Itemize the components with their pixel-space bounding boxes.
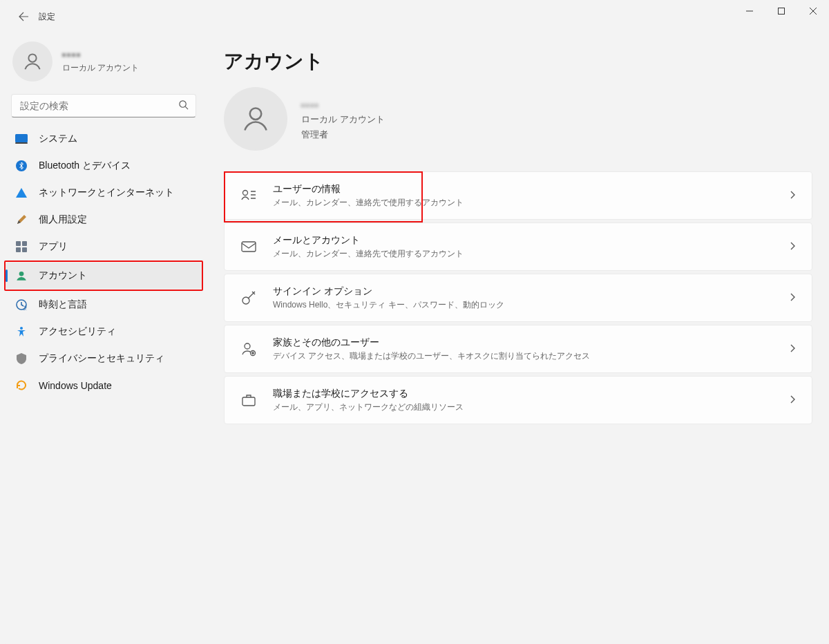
minimize-button[interactable] — [734, 0, 765, 22]
svg-point-2 — [180, 101, 186, 107]
svg-point-15 — [243, 191, 248, 196]
card-family-other-users[interactable]: 家族とその他のユーザー デバイス アクセス、職場または学校のユーザー、キオスクに… — [224, 325, 812, 373]
sidebar-item-privacy[interactable]: プライバシーとセキュリティ — [6, 345, 202, 372]
chevron-right-icon — [788, 190, 797, 201]
sidebar-user-name: ▪▪▪▪ — [62, 49, 139, 60]
mail-icon — [240, 241, 258, 252]
close-button[interactable] — [797, 0, 829, 22]
apps-icon — [15, 240, 28, 253]
accounts-icon — [15, 269, 28, 282]
svg-point-1 — [28, 54, 36, 61]
sidebar-nav: システム Bluetooth とデバイス ネットワークとインターネット 個人用設… — [6, 126, 202, 399]
account-user-type: ローカル アカウント — [301, 113, 385, 126]
sidebar-item-bluetooth[interactable]: Bluetooth とデバイス — [6, 153, 202, 179]
card-user-info[interactable]: ユーザーの情報 メール、カレンダー、連絡先で使用するアカウント — [224, 171, 812, 220]
sidebar-item-time-language[interactable]: あ 時刻と言語 — [6, 292, 202, 318]
sidebar: ▪▪▪▪ ローカル アカウント システム — [0, 33, 207, 644]
sidebar-item-windows-update[interactable]: Windows Update — [6, 372, 202, 399]
svg-rect-8 — [16, 247, 21, 252]
account-user-name: ▪▪▪▪ — [301, 100, 385, 111]
card-signin-options[interactable]: サインイン オプション Windows Hello、セキュリティ キー、パスワー… — [224, 274, 812, 322]
svg-rect-7 — [22, 241, 27, 246]
chevron-right-icon — [788, 292, 797, 303]
bluetooth-icon — [15, 160, 28, 172]
card-sub: メール、アプリ、ネットワークなどの組織リソース — [273, 401, 788, 413]
svg-rect-3 — [15, 134, 28, 142]
user-info-icon — [240, 189, 258, 202]
sidebar-item-network[interactable]: ネットワークとインターネット — [6, 180, 202, 206]
account-user-role: 管理者 — [301, 129, 385, 141]
avatar — [224, 87, 287, 151]
svg-rect-4 — [15, 142, 28, 144]
titlebar: 設定 — [0, 0, 829, 33]
svg-rect-16 — [242, 242, 256, 252]
accessibility-icon — [15, 325, 28, 338]
svg-rect-9 — [22, 247, 27, 252]
search-box[interactable] — [11, 94, 196, 117]
key-icon — [240, 290, 258, 305]
sidebar-item-accounts-highlight: アカウント — [4, 261, 203, 291]
svg-rect-6 — [16, 241, 21, 246]
svg-point-14 — [250, 108, 262, 120]
chevron-right-icon — [788, 395, 797, 406]
time-language-icon: あ — [15, 299, 28, 311]
sidebar-item-accounts[interactable]: アカウント — [6, 263, 202, 289]
family-icon — [240, 341, 258, 357]
card-title: 家族とその他のユーザー — [273, 337, 788, 349]
card-title: メールとアカウント — [273, 234, 788, 247]
svg-point-13 — [20, 327, 23, 330]
account-header: ▪▪▪▪ ローカル アカウント 管理者 — [224, 87, 812, 151]
search-input[interactable] — [12, 100, 196, 111]
main-pane: アカウント ▪▪▪▪ ローカル アカウント 管理者 ユー — [207, 33, 829, 644]
card-title: ユーザーの情報 — [273, 183, 788, 196]
search-icon — [178, 100, 189, 112]
sidebar-item-system[interactable]: システム — [6, 126, 202, 152]
briefcase-icon — [240, 393, 258, 407]
card-work-school-access[interactable]: 職場または学校にアクセスする メール、アプリ、ネットワークなどの組織リソース — [224, 376, 812, 424]
network-icon — [15, 187, 28, 199]
sidebar-item-accessibility[interactable]: アクセシビリティ — [6, 319, 202, 345]
windows-update-icon — [15, 379, 28, 392]
system-icon — [15, 133, 28, 145]
chevron-right-icon — [788, 343, 797, 354]
brush-icon — [15, 214, 28, 226]
avatar — [12, 41, 53, 82]
sidebar-user[interactable]: ▪▪▪▪ ローカル アカウント — [6, 40, 202, 91]
svg-rect-20 — [242, 397, 255, 406]
window-controls — [734, 0, 829, 22]
svg-point-10 — [19, 272, 24, 276]
chevron-right-icon — [788, 241, 797, 252]
card-email-accounts[interactable]: メールとアカウント メール、カレンダー、連絡先で使用するアカウント — [224, 222, 812, 271]
maximize-button[interactable] — [765, 0, 797, 22]
card-title: 職場または学校にアクセスする — [273, 388, 788, 400]
sidebar-user-sub: ローカル アカウント — [62, 62, 139, 74]
window-title: 設定 — [39, 11, 55, 23]
card-title: サインイン オプション — [273, 285, 788, 298]
sidebar-item-apps[interactable]: アプリ — [6, 234, 202, 260]
svg-point-18 — [245, 343, 250, 349]
card-sub: メール、カレンダー、連絡先で使用するアカウント — [273, 248, 788, 260]
card-sub: メール、カレンダー、連絡先で使用するアカウント — [273, 197, 788, 209]
svg-text:あ: あ — [23, 305, 27, 310]
privacy-icon — [15, 352, 28, 365]
back-button[interactable] — [10, 3, 37, 30]
card-sub: Windows Hello、セキュリティ キー、パスワード、動的ロック — [273, 299, 788, 311]
sidebar-item-personalization[interactable]: 個人用設定 — [6, 207, 202, 233]
svg-rect-0 — [779, 8, 785, 15]
card-sub: デバイス アクセス、職場または学校のユーザー、キオスクに割り当てられたアクセス — [273, 350, 788, 362]
page-title: アカウント — [224, 48, 812, 75]
